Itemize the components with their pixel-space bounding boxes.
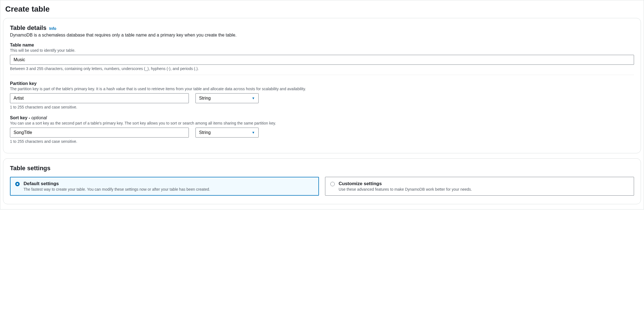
sort-key-input[interactable] xyxy=(10,128,189,138)
table-name-help: Between 3 and 255 characters, containing… xyxy=(10,66,634,71)
radio-default-settings[interactable]: Default settings The fastest way to crea… xyxy=(10,177,319,196)
sort-key-type-value: String xyxy=(199,130,211,135)
partition-key-sublabel: The partition key is part of the table's… xyxy=(10,87,634,91)
table-details-desc: DynamoDB is a schemaless database that r… xyxy=(10,33,634,38)
table-name-label: Table name xyxy=(10,43,634,48)
radio-icon xyxy=(330,182,335,186)
table-name-field-group: Table name This will be used to identify… xyxy=(10,43,634,71)
radio-default-title: Default settings xyxy=(24,181,210,187)
radio-default-desc: The fastest way to create your table. Yo… xyxy=(24,187,210,192)
optional-tag: optional xyxy=(30,115,47,120)
table-settings-heading: Table settings xyxy=(10,165,634,172)
sort-key-type-select[interactable]: String ▼ xyxy=(195,128,259,138)
radio-custom-title: Customize settings xyxy=(339,181,472,187)
info-link[interactable]: Info xyxy=(49,26,56,31)
radio-custom-desc: Use these advanced features to make Dyna… xyxy=(339,187,472,192)
page-title: Create table xyxy=(5,5,641,14)
sort-key-help: 1 to 255 characters and case sensitive. xyxy=(10,139,634,144)
radio-icon xyxy=(15,182,20,186)
radio-customize-settings[interactable]: Customize settings Use these advanced fe… xyxy=(325,177,634,196)
sort-key-sublabel: You can use a sort key as the second par… xyxy=(10,121,634,125)
partition-key-help: 1 to 255 characters and case sensitive. xyxy=(10,105,634,109)
partition-key-type-value: String xyxy=(199,96,211,101)
caret-down-icon: ▼ xyxy=(252,96,255,100)
table-details-panel: Table details Info DynamoDB is a schemal… xyxy=(3,18,641,153)
partition-key-field-group: Partition key The partition key is part … xyxy=(10,81,634,109)
caret-down-icon: ▼ xyxy=(252,131,255,134)
partition-key-input[interactable] xyxy=(10,93,189,103)
table-name-sublabel: This will be used to identify your table… xyxy=(10,48,634,53)
partition-key-type-select[interactable]: String ▼ xyxy=(195,93,259,103)
table-settings-panel: Table settings Default settings The fast… xyxy=(3,158,641,204)
divider xyxy=(10,75,634,75)
partition-key-label: Partition key xyxy=(10,81,634,86)
sort-key-label: Sort key - optional xyxy=(10,115,634,120)
table-name-input[interactable] xyxy=(10,55,634,65)
table-details-heading: Table details xyxy=(10,24,47,32)
sort-key-field-group: Sort key - optional You can use a sort k… xyxy=(10,115,634,144)
